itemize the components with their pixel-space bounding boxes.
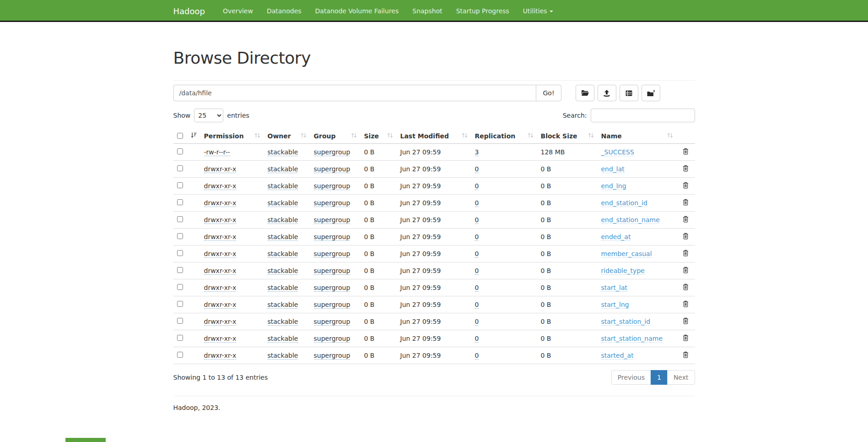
trash-icon[interactable]	[683, 284, 689, 292]
row-checkbox[interactable]	[177, 216, 183, 222]
file-name-link[interactable]: start_lat	[601, 284, 628, 292]
row-checkbox[interactable]	[177, 318, 183, 324]
permission-value[interactable]: drwxr-xr-x	[204, 165, 237, 173]
permission-value[interactable]: drwxr-xr-x	[204, 318, 237, 326]
permission-value[interactable]: drwxr-xr-x	[204, 199, 237, 207]
list-view-button[interactable]	[620, 85, 638, 101]
file-name-link[interactable]: started_at	[601, 352, 634, 360]
trash-icon[interactable]	[683, 250, 689, 258]
permission-value[interactable]: drwxr-xr-x	[204, 216, 237, 224]
owner-value[interactable]: stackable	[268, 267, 298, 275]
file-name-link[interactable]: ended_at	[601, 233, 631, 241]
nav-item-datanodes[interactable]: Datanodes	[260, 7, 308, 15]
replication-value[interactable]: 0	[475, 250, 479, 258]
trash-icon[interactable]	[683, 182, 689, 190]
column-header-owner[interactable]: Owner	[264, 128, 310, 144]
column-header-permission[interactable]: Permission	[200, 128, 264, 144]
create-directory-button[interactable]	[576, 85, 594, 101]
file-name-link[interactable]: end_lat	[601, 165, 625, 173]
file-name-link[interactable]: start_station_id	[601, 318, 651, 326]
row-checkbox[interactable]	[177, 335, 183, 341]
row-checkbox[interactable]	[177, 199, 183, 205]
trash-icon[interactable]	[683, 199, 689, 207]
replication-value[interactable]: 0	[475, 267, 479, 275]
group-value[interactable]: supergroup	[314, 318, 350, 326]
row-checkbox[interactable]	[177, 182, 183, 188]
permission-value[interactable]: drwxr-xr-x	[204, 301, 237, 309]
file-name-link[interactable]: _SUCCESS	[601, 148, 634, 156]
trash-icon[interactable]	[683, 334, 689, 343]
row-checkbox[interactable]	[177, 267, 183, 273]
permission-value[interactable]: drwxr-xr-x	[204, 352, 237, 360]
file-name-link[interactable]: end_station_name	[601, 216, 660, 224]
owner-value[interactable]: stackable	[268, 233, 298, 241]
owner-value[interactable]: stackable	[268, 182, 298, 190]
row-checkbox[interactable]	[177, 301, 183, 307]
trash-icon[interactable]	[683, 233, 689, 241]
file-name-link[interactable]: start_lng	[601, 301, 629, 309]
replication-value[interactable]: 0	[475, 352, 479, 360]
row-checkbox[interactable]	[177, 148, 183, 154]
nav-item-overview[interactable]: Overview	[216, 7, 260, 15]
owner-value[interactable]: stackable	[268, 301, 298, 309]
row-checkbox[interactable]	[177, 352, 183, 358]
owner-value[interactable]: stackable	[268, 318, 298, 326]
pagination-page-1[interactable]: 1	[651, 370, 668, 385]
owner-value[interactable]: stackable	[268, 352, 298, 360]
go-button[interactable]: Go!	[536, 85, 561, 101]
row-checkbox[interactable]	[177, 250, 183, 256]
permission-value[interactable]: drwxr-xr-x	[204, 182, 237, 190]
page-size-select[interactable]: 25	[194, 109, 223, 122]
brand-hadoop[interactable]: Hadoop	[173, 6, 205, 16]
trash-icon[interactable]	[683, 148, 689, 156]
file-name-link[interactable]: rideable_type	[601, 267, 645, 275]
owner-value[interactable]: stackable	[268, 335, 298, 343]
replication-value[interactable]: 3	[475, 148, 479, 156]
pagination-next[interactable]: Next	[667, 370, 695, 385]
file-name-link[interactable]: end_lng	[601, 182, 626, 190]
permission-value[interactable]: -rw-r--r--	[204, 148, 230, 156]
file-name-link[interactable]: start_station_name	[601, 335, 663, 343]
move-files-button[interactable]	[642, 85, 660, 101]
nav-item-utilities-dropdown[interactable]: Utilities	[516, 7, 560, 15]
owner-value[interactable]: stackable	[268, 284, 298, 292]
select-all-checkbox[interactable]	[177, 133, 183, 139]
trash-icon[interactable]	[683, 165, 689, 173]
trash-icon[interactable]	[683, 351, 689, 360]
group-value[interactable]: supergroup	[314, 216, 350, 224]
nav-item-snapshot[interactable]: Snapshot	[405, 7, 449, 15]
group-value[interactable]: supergroup	[314, 301, 350, 309]
group-value[interactable]: supergroup	[314, 352, 350, 360]
column-header-block-size[interactable]: Block Size	[537, 128, 598, 144]
group-value[interactable]: supergroup	[314, 284, 350, 292]
row-checkbox[interactable]	[177, 165, 183, 171]
file-name-link[interactable]: member_casual	[601, 250, 652, 258]
group-value[interactable]: supergroup	[314, 233, 350, 241]
owner-value[interactable]: stackable	[268, 165, 298, 173]
trash-icon[interactable]	[683, 267, 689, 275]
permission-value[interactable]: drwxr-xr-x	[204, 284, 237, 292]
replication-value[interactable]: 0	[475, 216, 479, 224]
replication-value[interactable]: 0	[475, 182, 479, 190]
column-header-name[interactable]: Name	[598, 128, 677, 144]
row-checkbox[interactable]	[177, 284, 183, 290]
search-input[interactable]	[591, 109, 695, 122]
column-header-group[interactable]: Group	[310, 128, 361, 144]
directory-path-input[interactable]	[173, 85, 536, 101]
trash-icon[interactable]	[683, 216, 689, 224]
replication-value[interactable]: 0	[475, 318, 479, 326]
nav-item-datanode-volume-failures[interactable]: Datanode Volume Failures	[308, 7, 406, 15]
row-checkbox[interactable]	[177, 233, 183, 239]
replication-value[interactable]: 0	[475, 165, 479, 173]
column-header-replication[interactable]: Replication	[471, 128, 537, 144]
permission-value[interactable]: drwxr-xr-x	[204, 250, 237, 258]
group-value[interactable]: supergroup	[314, 250, 350, 258]
column-header-last-modified[interactable]: Last Modified	[397, 128, 471, 144]
trash-icon[interactable]	[683, 300, 689, 309]
replication-value[interactable]: 0	[475, 199, 479, 207]
column-header-size[interactable]: Size	[361, 128, 397, 144]
upload-files-button[interactable]	[598, 85, 616, 101]
owner-value[interactable]: stackable	[268, 216, 298, 224]
permission-value[interactable]: drwxr-xr-x	[204, 233, 237, 241]
group-value[interactable]: supergroup	[314, 148, 350, 156]
